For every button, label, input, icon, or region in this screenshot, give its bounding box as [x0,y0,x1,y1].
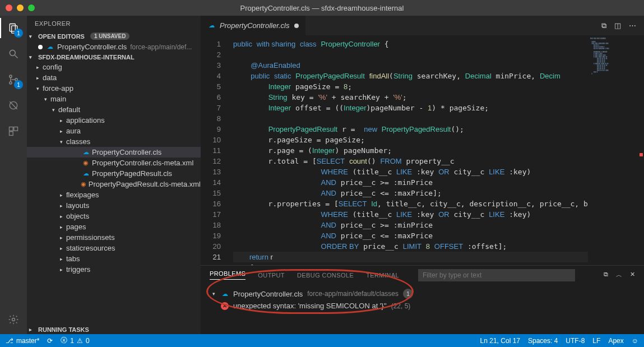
error-marker[interactable] [640,153,643,156]
chevron-icon: ▸ [58,256,64,262]
feedback-smile-icon[interactable]: ☺ [632,337,638,345]
activity-bar: 1 1 [0,16,27,334]
sync-icon: ⟳ [47,337,53,345]
warning-count-icon: ⚠ [77,337,83,345]
status-problems[interactable]: ⓧ1 ⚠0 [61,336,89,345]
apex-file-icon: ☁ [207,22,215,30]
tree-item[interactable]: ▸config [27,62,201,72]
tree-item[interactable]: ▸pages [27,221,201,232]
explorer-badge: 1 [14,29,23,38]
tree-item[interactable]: ▾force-app [27,83,201,94]
tree-item[interactable]: ◉PropertyPagedResult.cls-meta.xml [27,179,201,189]
split-editor-icon[interactable]: ◫ [614,21,621,30]
chevron-up-icon[interactable]: ︿ [616,271,622,279]
close-window-button[interactable] [6,4,12,11]
minimize-window-button[interactable] [17,4,24,11]
chevron-icon: ▾ [43,96,48,102]
panel-filter-input[interactable] [418,269,575,281]
tree-item[interactable]: ▸tabs [27,253,201,264]
editor-tab[interactable]: ☁ PropertyController.cls [201,16,305,35]
problem-file-row[interactable]: ▾ ☁ PropertyController.cls force-app/mai… [211,288,634,300]
svg-line-3 [15,55,18,58]
tree-item-label: triggers [66,265,90,274]
search-icon[interactable] [6,46,21,62]
svg-point-12 [12,318,15,321]
apex-file-icon: ☁ [82,149,90,156]
tree-item[interactable]: ▸data [27,72,201,83]
explorer-title: EXPLORER [27,16,201,31]
explorer-icon[interactable]: 1 [6,20,21,36]
chevron-down-icon: ▾ [29,54,36,60]
debug-icon[interactable] [6,98,21,113]
chevron-icon: ▸ [58,118,64,123]
svg-point-5 [10,82,12,84]
tree-item[interactable]: ▸flexipages [27,189,201,200]
status-branch[interactable]: ⎇master* [6,337,39,345]
tree-item[interactable]: ▸staticresources [27,243,201,253]
tree-item-label: PropertyController.cls [92,148,161,156]
svg-point-4 [10,75,12,77]
problem-item[interactable]: ✕ unexpected syntax: 'missing SEMICOLON … [211,300,634,310]
copy-icon[interactable]: ⧉ [604,271,608,279]
panel-filter [418,269,575,281]
chevron-icon: ▸ [58,192,64,198]
compare-icon[interactable]: ⧉ [601,21,606,30]
status-language[interactable]: Apex [608,337,623,345]
editor-tab-actions: ⧉ ◫ ⋯ [601,16,644,35]
tree-item[interactable]: ▾main [27,94,201,104]
tree-item[interactable]: ◉PropertyController.cls-meta.xml [27,158,201,168]
chevron-down-icon: ▾ [29,34,36,39]
close-panel-icon[interactable]: ✕ [630,271,635,279]
status-lncol[interactable]: Ln 21, Col 17 [480,337,520,345]
status-eol[interactable]: LF [592,337,600,345]
tree-item-label: classes [66,137,90,146]
tree-item-label: PropertyPagedResult.cls [92,169,172,178]
tree-item[interactable]: ▸objects [27,211,201,221]
tree-item[interactable]: ▾default [27,104,201,115]
problem-count-badge: 1 [403,289,413,299]
unsaved-badge: 1 UNSAVED [90,33,130,40]
svg-rect-11 [10,132,13,136]
tab-terminal[interactable]: TERMINAL [366,272,399,279]
status-spaces[interactable]: Spaces: 4 [528,337,558,345]
workspace-name: SFDX-DREAMHOUSE-INTERNAL [38,54,135,61]
status-sync[interactable]: ⟳ [47,337,53,345]
status-bar: ⎇master* ⟳ ⓧ1 ⚠0 Ln 21, Col 17 Spaces: 4… [0,334,644,347]
tree-item-label: flexipages [66,191,99,199]
chevron-icon: ▸ [58,246,64,251]
more-actions-icon[interactable]: ⋯ [629,21,636,30]
minimap[interactable]: ████ ████ ████ ████████ ██████ ████ ████… [588,35,644,265]
tab-problems[interactable]: PROBLEMS [210,270,245,280]
tab-filename: PropertyController.cls [220,21,290,30]
chevron-icon: ▸ [58,235,64,240]
workspace-section[interactable]: ▾ SFDX-DREAMHOUSE-INTERNAL [27,53,201,62]
tree-item-label: config [43,63,62,71]
error-count-icon: ⓧ [61,336,67,345]
tree-item[interactable]: ☁PropertyController.cls [27,147,201,158]
tree-item-label: main [50,95,66,103]
running-tasks-section[interactable]: ▸ RUNNING TASKS [27,325,201,334]
tree-item[interactable]: ▸layouts [27,200,201,211]
tree-item[interactable]: ☁PropertyPagedResult.cls [27,168,201,179]
tree-item[interactable]: ▸applications [27,115,201,126]
open-editors-section[interactable]: ▾ OPEN EDITORS 1 UNSAVED [27,31,201,41]
code-content[interactable]: public with sharing class PropertyContro… [229,35,588,265]
tree-item-label: pages [66,223,86,231]
tree-item[interactable]: ▸aura [27,126,201,136]
tab-debug-console[interactable]: DEBUG CONSOLE [297,272,354,279]
tree-item[interactable]: ▾classes [27,136,201,147]
extensions-icon[interactable] [6,123,21,139]
tree-item-label: data [43,73,57,82]
tree-item[interactable]: ▸permissionsets [27,232,201,243]
status-encoding[interactable]: UTF-8 [566,337,585,345]
tab-output[interactable]: OUTPUT [258,272,285,279]
modified-dot-icon [294,24,299,28]
editor-body[interactable]: 1234567891011121314151617181920212223 pu… [201,35,644,265]
source-control-icon[interactable]: 1 [6,72,21,87]
chevron-icon: ▸ [58,224,64,230]
xml-file-icon: ◉ [82,159,90,167]
tree-item[interactable]: ▸triggers [27,264,201,275]
open-editor-item[interactable]: ☁ PropertyController.cls force-app/main/… [27,41,201,53]
maximize-window-button[interactable] [28,4,35,11]
settings-gear-icon[interactable] [6,312,21,327]
